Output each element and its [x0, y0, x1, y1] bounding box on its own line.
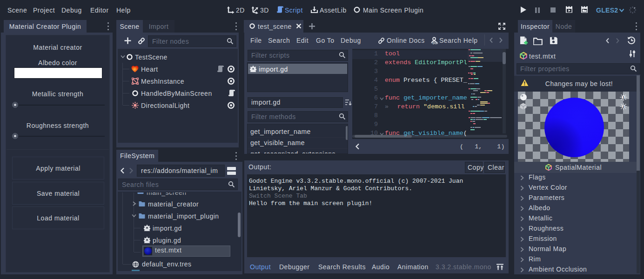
svg-text:1: 1	[623, 95, 625, 100]
svg-text:DOC: DOC	[433, 41, 438, 45]
svg-text:2: 2	[623, 105, 625, 109]
